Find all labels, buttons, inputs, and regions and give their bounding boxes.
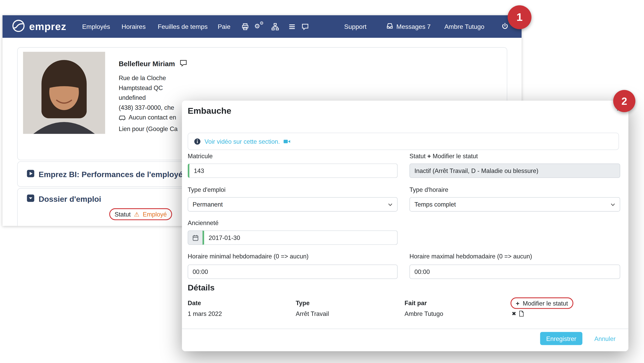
brand[interactable]: emprez bbox=[12, 15, 66, 38]
dossier-section-title: Dossier d'emploi bbox=[38, 194, 101, 204]
type-emploi-label: Type d'emploi bbox=[188, 186, 226, 194]
info-icon bbox=[194, 138, 201, 145]
save-button[interactable]: Enregistrer bbox=[540, 332, 582, 345]
messages-label: Messages 7 bbox=[396, 23, 431, 30]
plus-icon: + bbox=[427, 152, 431, 160]
type-emploi-select[interactable]: Permanent bbox=[188, 197, 398, 212]
type-horaire-value: Temps complet bbox=[414, 201, 456, 208]
brand-name: emprez bbox=[29, 20, 66, 32]
statut-label: Statut bbox=[114, 211, 130, 218]
bi-section-title: Emprez BI: Performances de l'employé bbox=[38, 170, 183, 179]
modifier-statut-link[interactable]: Modifier le statut bbox=[432, 152, 478, 160]
top-navbar: emprez Employés Horaires Feuilles de tem… bbox=[2, 15, 522, 38]
gears-icon[interactable]: ⚙⚙ bbox=[254, 15, 265, 38]
employee-name: Bellefleur Miriam bbox=[119, 60, 175, 68]
cancel-button[interactable]: Annuler bbox=[592, 332, 618, 345]
plus-icon: + bbox=[516, 300, 519, 306]
statut-annotation-ring: Statut ⚠ Employé bbox=[109, 208, 172, 220]
dossier-section-header[interactable]: Dossier d'emploi bbox=[27, 194, 101, 204]
warning-icon: ⚠ bbox=[134, 210, 140, 218]
statut-input bbox=[410, 164, 620, 178]
anciennete-group bbox=[188, 230, 398, 245]
nav-link-support[interactable]: Support bbox=[344, 15, 366, 38]
chat-icon[interactable] bbox=[302, 15, 309, 38]
nav-link-feuilles-de-temps[interactable]: Feuilles de temps bbox=[158, 15, 208, 38]
horaire-max-input[interactable] bbox=[410, 264, 620, 279]
employee-name-row: Bellefleur Miriam bbox=[119, 59, 187, 69]
horaire-max-label: Horaire maximal hebdomadaire (0 => aucun… bbox=[410, 253, 532, 260]
modal-title: Embauche bbox=[188, 106, 231, 116]
x-mark-icon[interactable]: ✖ bbox=[512, 310, 516, 317]
details-heading: Détails bbox=[188, 283, 215, 293]
nav-messages[interactable]: Messages 7 bbox=[386, 15, 430, 38]
inbox-icon bbox=[386, 22, 393, 31]
anciennete-label: Ancienneté bbox=[188, 219, 218, 227]
video-camera-icon[interactable] bbox=[284, 138, 290, 144]
employee-link-line: Lien pour (Google Ca bbox=[119, 125, 178, 132]
nav-link-employes[interactable]: Employés bbox=[82, 15, 110, 38]
employee-address-line: Rue de la Cloche bbox=[119, 74, 166, 81]
matricule-input[interactable] bbox=[188, 164, 398, 178]
details-col-type: Type bbox=[296, 300, 310, 306]
details-col-date: Date bbox=[188, 300, 201, 306]
nav-user-menu[interactable]: Ambre Tutugo bbox=[444, 15, 484, 38]
details-row-fait-par: Ambre Tutugo bbox=[404, 310, 443, 317]
list-icon[interactable] bbox=[288, 15, 296, 38]
video-info-box: Voir vidéo sur cette section. bbox=[188, 132, 619, 150]
employee-city-line: Hamptstead QC bbox=[119, 84, 163, 91]
type-horaire-select[interactable]: Temps complet bbox=[410, 197, 620, 212]
gear-big-glyph: ⚙ bbox=[254, 23, 260, 30]
chevron-down-icon bbox=[611, 203, 616, 207]
type-emploi-value: Permanent bbox=[192, 201, 223, 208]
employee-emergency-line: Aucun contact en bbox=[128, 114, 176, 121]
screenshot-stage: emprez Employés Horaires Feuilles de tem… bbox=[0, 0, 644, 363]
play-square-icon bbox=[27, 170, 34, 180]
type-horaire-label: Type d'horaire bbox=[410, 186, 448, 194]
calendar-icon[interactable] bbox=[188, 230, 203, 245]
document-icon[interactable] bbox=[518, 310, 524, 317]
employee-extra-line: undefined bbox=[119, 94, 146, 101]
vehicle-icon bbox=[119, 114, 126, 120]
matricule-label: Matricule bbox=[188, 152, 213, 160]
annotation-badge-1: 1 bbox=[508, 5, 532, 29]
details-row-actions: ✖ bbox=[512, 310, 524, 317]
employee-photo bbox=[23, 52, 105, 134]
sitemap-icon[interactable] bbox=[272, 15, 279, 38]
emprez-logo-icon bbox=[12, 19, 26, 34]
embauche-modal: Embauche × Voir vidéo sur cette section.… bbox=[182, 100, 628, 351]
modifier-statut-button-label: Modifier le statut bbox=[523, 300, 568, 306]
nav-link-paie[interactable]: Paie bbox=[218, 15, 230, 38]
video-link[interactable]: Voir vidéo sur cette section. bbox=[204, 138, 280, 145]
modifier-statut-button[interactable]: + Modifier le statut bbox=[510, 298, 573, 309]
printer-icon[interactable] bbox=[242, 15, 249, 38]
modal-footer-divider bbox=[182, 328, 628, 329]
statut-value: Employé bbox=[143, 211, 167, 218]
details-row-type: Arrêt Travail bbox=[296, 310, 329, 317]
employee-emergency-row: Aucun contact en bbox=[119, 114, 176, 121]
nav-link-horaires[interactable]: Horaires bbox=[122, 15, 146, 38]
caret-square-icon bbox=[27, 194, 34, 204]
chevron-down-icon bbox=[388, 203, 393, 207]
gear-small-glyph: ⚙ bbox=[260, 21, 264, 25]
statut-field-label: Statut bbox=[410, 152, 426, 160]
gears-icon-glyphs: ⚙⚙ bbox=[254, 22, 265, 32]
employee-phone-line: (438) 337-0000, che bbox=[119, 104, 174, 111]
statut-field-label-row: Statut + Modifier le statut bbox=[410, 152, 478, 160]
bi-section-header[interactable]: Emprez BI: Performances de l'employé bbox=[27, 162, 183, 187]
annotation-badge-2: 2 bbox=[613, 90, 636, 112]
horaire-min-input[interactable] bbox=[188, 264, 398, 279]
chat-bubble-icon[interactable] bbox=[180, 59, 187, 69]
details-row-date: 1 mars 2022 bbox=[188, 310, 222, 317]
details-col-fait-par: Fait par bbox=[404, 300, 427, 306]
horaire-min-label: Horaire minimal hebdomadaire (0 => aucun… bbox=[188, 253, 308, 260]
anciennete-input[interactable] bbox=[202, 230, 398, 245]
